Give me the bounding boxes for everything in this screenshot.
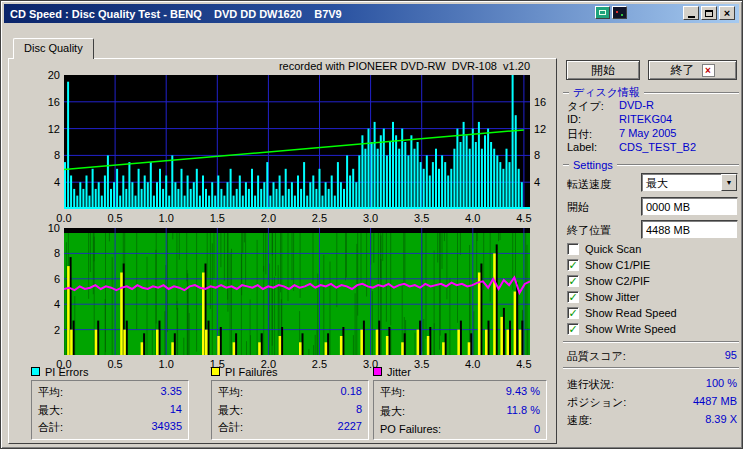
end-position-field[interactable] [641, 220, 738, 239]
axis-tick: 2 [24, 324, 60, 336]
stat-label: 最大: [218, 403, 243, 418]
recorded-with-note: recorded with PIONEER DVD-RW DVR-108 v1.… [64, 60, 530, 72]
disc-info-row: Label:CDS_TEST_B2 [567, 141, 737, 155]
stat-row: 平均:0.18 [218, 385, 362, 400]
disc-info-header-label: ディスク情報 [573, 85, 640, 100]
stat-value: 8 [356, 403, 362, 418]
titlebar[interactable]: CD Speed : Disc Quality Test - BENQ DVD … [4, 4, 739, 23]
axis-tick: 10 [24, 222, 60, 234]
info-value: DVD-R [619, 99, 654, 113]
exit-x-icon: × [702, 64, 715, 77]
info-label: ID: [567, 113, 619, 127]
transfer-speed-select[interactable]: 最大 ▼ [641, 173, 738, 192]
checkbox-show-c2-pif[interactable]: ✓ [567, 275, 579, 287]
stat-label: 平均: [38, 385, 63, 400]
axis-tick: 12 [534, 123, 558, 135]
minimize-icon [688, 16, 695, 18]
checkbox-row-show-write-speed[interactable]: ✓Show Write Speed [567, 321, 739, 337]
minimize-button[interactable] [683, 6, 699, 20]
checkbox-label: Show Read Speed [585, 307, 677, 319]
disc-info-row: ID:RITEKG04 [567, 113, 737, 127]
legend-row: PI Failures [211, 365, 369, 378]
stat-value: 0 [534, 423, 540, 435]
axis-tick: 4.5 [509, 212, 539, 224]
axis-tick: 16 [24, 96, 60, 108]
maximize-icon [705, 10, 713, 17]
checkbox-row-show-read-speed[interactable]: ✓Show Read Speed [567, 305, 739, 321]
axis-tick: 8 [534, 149, 558, 161]
chevron-down-icon[interactable]: ▼ [721, 174, 737, 191]
position-row: ポジション: 4487 MB [567, 395, 737, 410]
disc-info-row: タイプ:DVD-R [567, 99, 737, 113]
axis-tick: 3.0 [356, 212, 386, 224]
axis-tick: 2.5 [304, 212, 334, 224]
axis-tick: 16 [534, 96, 558, 108]
checkbox-quick-scan[interactable] [567, 243, 579, 255]
stat-row: 平均:3.35 [38, 385, 182, 400]
transfer-speed-label: 転送速度 [567, 177, 611, 192]
app-window: CD Speed : Disc Quality Test - BENQ DVD … [0, 0, 743, 449]
stat-value: 11.8 % [507, 404, 540, 419]
info-label: Label: [567, 141, 619, 155]
start-position-field[interactable] [641, 197, 738, 216]
axis-tick: 12 [24, 123, 60, 135]
axis-tick: 4 [24, 298, 60, 310]
checkbox-show-jitter[interactable]: ✓ [567, 291, 579, 303]
checkbox-row-show-jitter[interactable]: ✓Show Jitter [567, 289, 739, 305]
checkbox-label: Show C1/PIE [585, 259, 650, 271]
stat-value: 9.43 % [506, 385, 540, 400]
end-position-label: 終了位置 [567, 223, 611, 238]
pi-errors-chart [64, 75, 530, 209]
axis-tick: 2.0 [253, 212, 283, 224]
stat-group-pi-errors: PI Errors平均:3.35最大:14合計:34935 [31, 365, 189, 440]
checkbox-row-quick-scan[interactable]: Quick Scan [567, 241, 739, 257]
stat-group-pi-failures: PI Failures平均:0.18最大:8合計:2227 [211, 365, 369, 440]
exit-button[interactable]: 終了 × [648, 60, 737, 80]
start-button[interactable]: 開始 [566, 60, 640, 80]
options-checkbox-list: Quick Scan✓Show C1/PIE✓Show C2/PIF✓Show … [567, 241, 739, 337]
checkbox-row-show-c2-pif[interactable]: ✓Show C2/PIF [567, 273, 739, 289]
checkbox-show-read-speed[interactable]: ✓ [567, 307, 579, 319]
axis-tick: 4 [24, 176, 60, 188]
monitor-icon[interactable] [612, 6, 627, 19]
checkbox-label: Quick Scan [585, 243, 641, 255]
settings-header: Settings [563, 159, 739, 171]
legend-swatch [373, 367, 382, 376]
checkbox-show-c1-pie[interactable]: ✓ [567, 259, 579, 271]
legend-label: PI Errors [45, 366, 88, 378]
progress-value: 100 % [706, 377, 737, 392]
window-controls: × [683, 6, 735, 20]
axis-tick: 8 [24, 247, 60, 259]
stat-value: 14 [170, 403, 182, 418]
quality-score-value: 95 [725, 349, 737, 364]
progress-row: 進行状況: 100 % [567, 377, 737, 392]
close-button[interactable]: × [719, 6, 735, 20]
stat-label: 平均: [218, 385, 243, 400]
stat-row: 最大:11.8 % [380, 404, 540, 419]
stat-row: PO Failures:0 [380, 423, 540, 435]
axis-tick: 20 [24, 69, 60, 81]
stat-box: 平均:3.35最大:14合計:34935 [31, 380, 189, 440]
disc-info-rows: タイプ:DVD-RID:RITEKG04日付:7 May 2005Label:C… [567, 99, 737, 155]
pi-failures-chart [64, 228, 530, 355]
titlebar-extra-icons [595, 6, 627, 19]
axis-tick: 3.5 [407, 212, 437, 224]
chart-icon[interactable] [595, 6, 610, 19]
tab-disc-quality[interactable]: Disc Quality [13, 38, 94, 59]
legend-swatch [31, 367, 40, 376]
stat-value: 2227 [338, 420, 362, 435]
stat-label: 合計: [218, 420, 243, 435]
checkbox-show-write-speed[interactable]: ✓ [567, 323, 579, 335]
stat-box: 平均:0.18最大:8合計:2227 [211, 380, 369, 440]
divider [563, 341, 739, 343]
stat-row: 最大:8 [218, 403, 362, 418]
checkbox-row-show-c1-pie[interactable]: ✓Show C1/PIE [567, 257, 739, 273]
stat-row: 合計:2227 [218, 420, 362, 435]
stat-value: 0.18 [341, 385, 362, 400]
stat-label: 最大: [380, 404, 405, 419]
quality-score-row: 品質スコア: 95 [567, 349, 737, 364]
checkbox-label: Show C2/PIF [585, 275, 650, 287]
stat-box: 平均:9.43 %最大:11.8 %PO Failures:0 [373, 380, 547, 440]
progress-label: 進行状況: [567, 377, 614, 392]
maximize-button[interactable] [701, 6, 717, 20]
